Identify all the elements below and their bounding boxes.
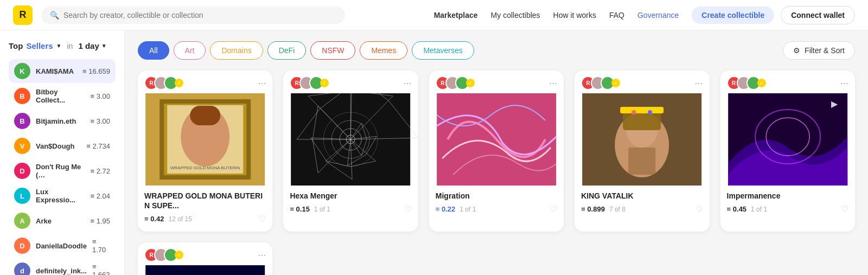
sidebar-item-7[interactable]: D DaniellaDoodle ≡ 1.70 (9, 234, 116, 258)
nft-title: Migration (436, 191, 557, 201)
sidebar-item-name: Bitboy Collect... (36, 88, 85, 104)
avatar: D (14, 163, 30, 179)
svg-point-27 (648, 110, 652, 114)
logo[interactable]: R (13, 5, 33, 25)
nft-price: ≡ 0.42 (144, 215, 164, 223)
sidebar-item-name: KAMI$AMA (36, 67, 77, 75)
sidebar-item-3[interactable]: V Van$Dough ≡ 2.734 (9, 134, 116, 158)
favorite-button[interactable]: ♡ (550, 204, 557, 214)
nav-faq[interactable]: FAQ (609, 11, 624, 20)
favorite-button[interactable]: ♡ (258, 214, 266, 224)
sidebar-item-value: ≡ 1.662 (92, 263, 110, 275)
tab-defi[interactable]: DeFi (267, 41, 307, 60)
sidebar-in-label: in (67, 42, 73, 50)
nft-image-container[interactable] (429, 93, 564, 186)
avatar: K (14, 63, 30, 79)
filter-sort-button[interactable]: ⚙ Filter & Sort (783, 41, 855, 60)
sellers-chevron-icon: ▼ (56, 43, 62, 49)
avatar: L (14, 188, 30, 204)
card-footer: ≡ 0.42 12 of 15 ♡ (138, 214, 272, 224)
sidebar-item-4[interactable]: D Don't Rug Me (… ≡ 2.72 (9, 159, 116, 183)
tab-domains[interactable]: Domains (210, 41, 263, 60)
nft-grid: R ✓ ··· WRAPPED GOLD MONA BUTERIN WRAPPE… (138, 71, 855, 275)
card-avatars: R ✓ (144, 76, 183, 90)
sidebar-item-0[interactable]: K KAMI$AMA ≡ 16.659 (9, 59, 116, 83)
more-options-button[interactable]: ··· (258, 78, 266, 89)
more-options-button[interactable]: ··· (404, 78, 412, 89)
timeframe-dropdown[interactable]: 1 day ▼ (78, 41, 106, 50)
sidebar-item-name: Lux Expressio... (36, 188, 85, 204)
search-input[interactable] (63, 11, 336, 20)
connect-wallet-button[interactable]: Connect wallet (781, 6, 855, 24)
tab-metaverses[interactable]: Metaverses (412, 41, 474, 60)
nft-card-3: R ✓ ··· KING VATALIK ≡ 0.899 7 of 8 ♡ (575, 71, 709, 232)
verified-badge: ✓ (466, 79, 475, 87)
tab-nsfw[interactable]: NSFW (310, 41, 355, 60)
sidebar-item-value: ≡ 2.04 (91, 192, 111, 200)
card-avatars: R ✓ (290, 76, 329, 90)
sidebar-item-5[interactable]: L Lux Expressio... ≡ 2.04 (9, 184, 116, 208)
nft-image-container[interactable]: WRAPPED GOLD MONA BUTERIN (138, 93, 272, 186)
favorite-button[interactable]: ♡ (841, 204, 848, 214)
nav-how-it-works[interactable]: How it works (553, 11, 596, 20)
price-info: ≡ 0.45 1 of 1 (727, 205, 768, 213)
svg-rect-25 (620, 107, 663, 113)
nft-image-container[interactable] (283, 93, 418, 186)
nav-governance[interactable]: Governance (637, 11, 679, 20)
avatar: d (14, 263, 30, 275)
sidebar-item-2[interactable]: B Bitjamin.eth ≡ 3.00 (9, 109, 116, 133)
tab-all[interactable]: All (138, 41, 169, 60)
nft-image-container[interactable] (575, 93, 709, 186)
nft-price: ≡ 0.899 (581, 205, 605, 213)
nft-title: Impermanence (727, 191, 848, 201)
favorite-button[interactable]: ♡ (695, 204, 703, 214)
tab-art[interactable]: Art (174, 41, 206, 60)
sidebar-item-name: DaniellaDoodle (36, 242, 87, 250)
create-collectible-button[interactable]: Create collectible (692, 7, 774, 24)
search-icon: 🔍 (50, 11, 59, 20)
price-info: ≡ 0.899 7 of 8 (581, 205, 626, 213)
more-options-button[interactable]: ··· (840, 78, 848, 89)
verified-badge: ✓ (320, 79, 329, 87)
svg-rect-33 (145, 265, 265, 275)
nft-card-5: R ✓ ··· $ YFI AURA ≡ 0.48 6 of 12 ♡ (138, 242, 272, 275)
avatar: D (14, 238, 30, 254)
price-info: ≡ 0.15 1 of 1 (290, 205, 330, 213)
sidebar: Top Sellers ▼ in 1 day ▼ K KAMI$AMA ≡ 16… (0, 30, 125, 275)
more-options-button[interactable]: ··· (549, 78, 557, 89)
sidebar-item-value: ≡ 16.659 (82, 67, 110, 75)
nav-marketplace[interactable]: Marketplace (434, 11, 478, 20)
price-info: ≡ 0.42 12 of 15 (144, 215, 192, 223)
sidebar-header: Top Sellers ▼ in 1 day ▼ (9, 41, 116, 50)
card-body: WRAPPED GOLD MONA BUTERI N SUPE... (138, 186, 272, 210)
sidebar-top-label: Top (9, 41, 23, 50)
favorite-button[interactable]: ♡ (404, 204, 412, 214)
nft-edition: 1 of 1 (751, 206, 767, 213)
tab-memes[interactable]: Memes (360, 41, 407, 60)
more-options-button[interactable]: ··· (258, 250, 266, 261)
sidebar-item-name: definitely_ink... (36, 267, 87, 275)
nft-title: Hexa Menger (290, 191, 411, 201)
nav-my-collectibles[interactable]: My collectibles (491, 11, 540, 20)
verified-badge: ✓ (175, 79, 183, 87)
card-avatars: R ✓ (581, 76, 620, 90)
topnav: R 🔍 Marketplace My collectibles How it w… (0, 0, 868, 30)
card-avatars: R ✓ (727, 76, 766, 90)
nft-image-container[interactable]: $ (138, 265, 272, 275)
card-body: KING VATALIK (575, 186, 709, 201)
sidebar-item-1[interactable]: B Bitboy Collect... ≡ 3.00 (9, 84, 116, 108)
sidebar-item-8[interactable]: d definitely_ink... ≡ 1.662 (9, 259, 116, 275)
nft-edition: 1 of 1 (314, 206, 330, 213)
sidebar-item-6[interactable]: A Arke ≡ 1.95 (9, 209, 116, 233)
svg-point-26 (631, 110, 636, 114)
sidebar-item-name: Don't Rug Me (… (36, 163, 85, 179)
filter-sort-label: Filter & Sort (805, 46, 845, 55)
more-options-button[interactable]: ··· (695, 78, 703, 89)
sellers-dropdown[interactable]: Sellers (26, 41, 53, 50)
sidebar-item-value: ≡ 3.00 (91, 117, 111, 125)
filter-icon: ⚙ (793, 46, 800, 55)
nft-price: ≡ 0.45 (727, 205, 747, 213)
card-header: R ✓ ··· (429, 71, 564, 93)
nft-image-container[interactable]: ▶ (720, 93, 855, 186)
search-bar: 🔍 (41, 7, 345, 24)
